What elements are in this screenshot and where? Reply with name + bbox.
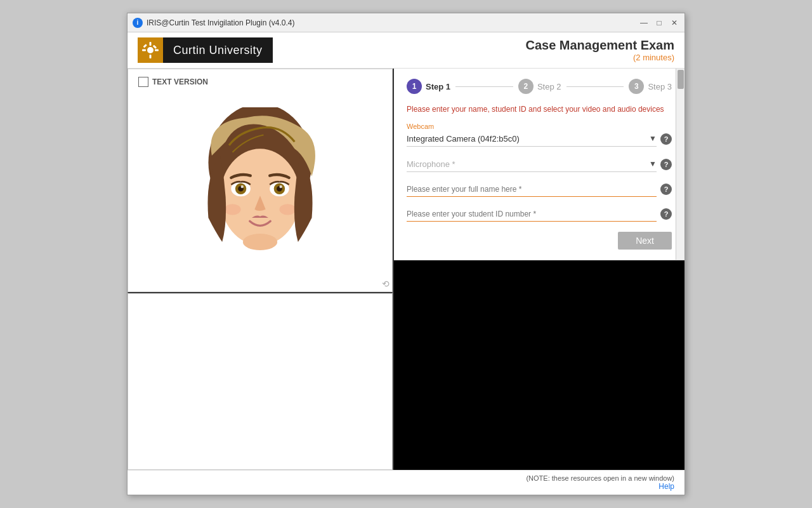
- step-3-label: Step 3: [648, 82, 672, 91]
- main-window: i IRIS@Curtin Test Invigilation Plugin (…: [127, 13, 685, 495]
- microphone-help-icon[interactable]: ?: [660, 159, 672, 170]
- app-header: Curtin University Case Management Exam (…: [128, 32, 684, 69]
- svg-point-19: [243, 234, 277, 250]
- app-icon: i: [133, 18, 143, 28]
- step-3-circle: 3: [629, 79, 644, 94]
- logo-area: Curtin University: [138, 37, 273, 63]
- step-1-label: Step 1: [426, 82, 450, 91]
- svg-rect-1: [150, 42, 152, 46]
- exam-duration: (2 minutes): [525, 53, 674, 62]
- microphone-row: Microphone * ▼ ?: [407, 157, 672, 172]
- microphone-dropdown-arrow[interactable]: ▼: [649, 159, 657, 168]
- avatar-image: [190, 107, 330, 266]
- footer-area: (NOTE: these resources open in a new win…: [128, 470, 684, 495]
- svg-rect-2: [150, 55, 152, 58]
- footer-note: (NOTE: these resources open in a new win…: [138, 474, 674, 482]
- close-button[interactable]: ✕: [669, 18, 679, 28]
- studentid-help-icon[interactable]: ?: [660, 208, 672, 220]
- scroll-thumb[interactable]: [678, 70, 684, 89]
- text-version-area: TEXT VERSION: [131, 72, 216, 92]
- left-panel: TEXT VERSION: [128, 69, 394, 470]
- webcam-row: Integrated Camera (04f2:b5c0) ▼ ?: [407, 131, 672, 147]
- steps-form-area: 1 Step 1 2 Step 2 3: [394, 69, 684, 260]
- logo-text: Curtin University: [163, 37, 273, 63]
- svg-point-0: [147, 47, 154, 53]
- next-btn-row: Next: [407, 232, 672, 250]
- main-content: TEXT VERSION: [128, 69, 684, 470]
- step-1-item: 1 Step 1: [407, 79, 450, 94]
- fullname-row: ?: [407, 182, 672, 197]
- microphone-select-wrapper: Microphone * ▼: [407, 157, 657, 172]
- form-description: Please enter your name, student ID and s…: [407, 104, 672, 115]
- window-title: IRIS@Curtin Test Invigilation Plugin (v4…: [147, 18, 639, 27]
- minimize-button[interactable]: —: [639, 18, 649, 28]
- maximize-button[interactable]: □: [654, 18, 664, 28]
- logo-icon: [138, 37, 163, 63]
- svg-point-15: [241, 185, 244, 188]
- step-1-circle: 1: [407, 79, 422, 94]
- exam-info: Case Management Exam (2 minutes): [525, 38, 674, 62]
- next-button[interactable]: Next: [618, 232, 672, 250]
- fullname-help-icon[interactable]: ?: [660, 184, 672, 195]
- exam-title: Case Management Exam: [525, 38, 674, 53]
- step-2-item: 2 Step 2: [518, 79, 561, 94]
- svg-rect-4: [155, 50, 159, 51]
- fullname-field-group: ?: [407, 182, 672, 197]
- text-version-label: TEXT VERSION: [152, 77, 208, 86]
- resize-handle: ⟲: [382, 279, 390, 289]
- step-connector-2: [566, 86, 624, 87]
- avatar-container: [128, 69, 392, 291]
- webcam-dropdown-arrow[interactable]: ▼: [649, 134, 657, 143]
- fullname-input[interactable]: [407, 182, 657, 197]
- step-2-label: Step 2: [537, 82, 561, 91]
- webcam-label: Webcam: [407, 123, 672, 130]
- video-placeholder: [394, 260, 684, 470]
- svg-rect-5: [143, 44, 147, 48]
- webcam-select-wrapper: Integrated Camera (04f2:b5c0) ▼: [407, 131, 657, 147]
- video-section: [394, 260, 684, 470]
- studentid-input[interactable]: [407, 207, 657, 222]
- step-connector-1: [455, 86, 513, 87]
- bottom-left-panel: [128, 292, 393, 470]
- svg-rect-6: [153, 45, 157, 49]
- svg-point-17: [224, 204, 240, 215]
- steps-header: 1 Step 1 2 Step 2 3: [407, 79, 672, 94]
- webcam-field-group: Webcam Integrated Camera (04f2:b5c0) ▼ ?: [407, 123, 672, 147]
- help-link[interactable]: Help: [138, 482, 674, 491]
- microphone-placeholder: Microphone *: [407, 157, 649, 171]
- svg-rect-3: [142, 50, 146, 51]
- scrollbar[interactable]: [676, 69, 684, 260]
- webcam-value: Integrated Camera (04f2:b5c0): [407, 131, 649, 146]
- svg-point-16: [279, 185, 282, 188]
- studentid-field-group: ?: [407, 207, 672, 222]
- studentid-row: ?: [407, 207, 672, 222]
- step-2-circle: 2: [518, 79, 534, 94]
- title-bar: i IRIS@Curtin Test Invigilation Plugin (…: [128, 13, 684, 32]
- avatar-section: TEXT VERSION: [128, 69, 393, 292]
- window-controls: — □ ✕: [639, 18, 679, 28]
- right-panel: 1 Step 1 2 Step 2 3: [394, 69, 684, 470]
- step-3-item: 3 Step 3: [629, 79, 672, 94]
- webcam-help-icon[interactable]: ?: [660, 133, 672, 145]
- svg-point-18: [279, 204, 296, 215]
- microphone-field-group: Microphone * ▼ ?: [407, 157, 672, 172]
- text-version-checkbox[interactable]: [138, 77, 148, 87]
